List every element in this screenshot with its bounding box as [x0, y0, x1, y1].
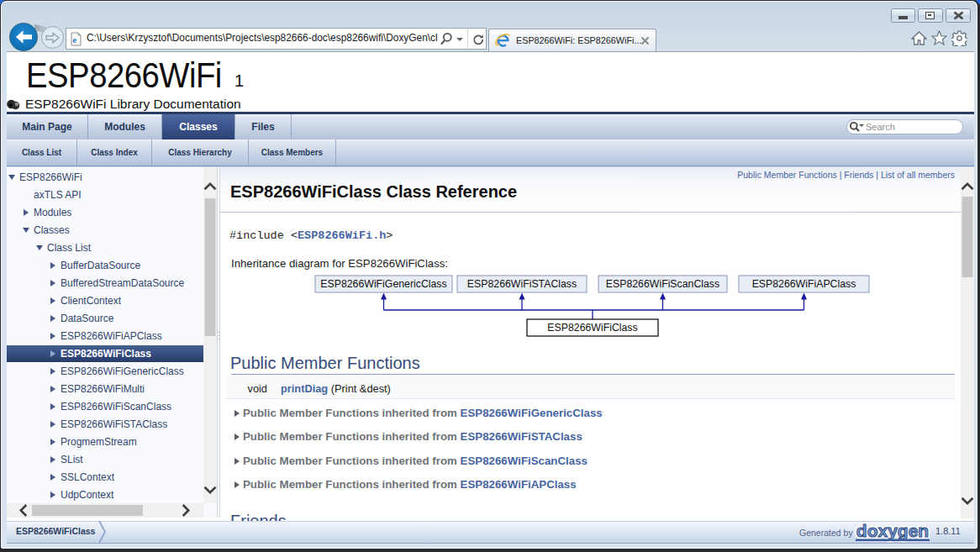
svg-text:ESP8266WiFiAPClass: ESP8266WiFiAPClass	[752, 278, 856, 290]
svg-text:ESP8266WiFiSTAClass: ESP8266WiFiSTAClass	[467, 278, 577, 290]
svg-text:ESP8266WiFiClass: ESP8266WiFiClass	[547, 322, 637, 334]
svg-text:doxygen: doxygen	[856, 521, 929, 540]
svg-text:ESP8266WiFiGenericClass: ESP8266WiFiGenericClass	[320, 278, 446, 290]
svg-text:e: e	[72, 34, 76, 45]
svg-text:ESP8266WiFiScanClass: ESP8266WiFiScanClass	[606, 278, 719, 290]
